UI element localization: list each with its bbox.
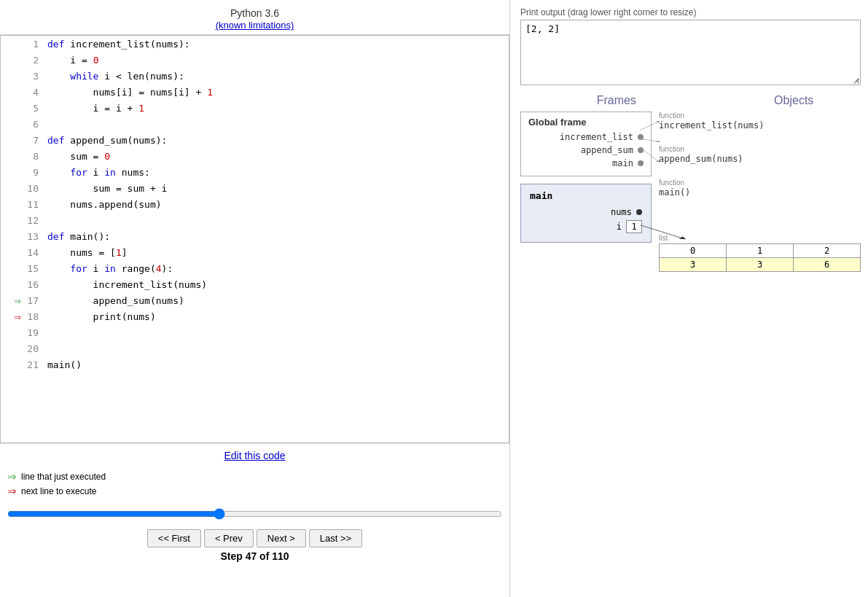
list-index-2: 2 (794, 244, 861, 258)
edit-link-bar: Edit this code (0, 443, 509, 467)
line-arrow-cell (1, 68, 23, 84)
prev-button[interactable]: < Prev (204, 529, 254, 547)
table-row: 11 nums.append(sum) (1, 196, 509, 212)
line-code: i = i + 1 (44, 100, 509, 116)
table-row: 2 i = 0 (1, 52, 509, 68)
line-arrow-cell (1, 244, 23, 260)
line-arrow-cell (1, 164, 23, 180)
line-arrow-cell (1, 36, 23, 52)
frame-row-main: main (528, 158, 644, 168)
line-code: sum = 0 (44, 148, 509, 164)
object-value-main: main() (659, 187, 861, 198)
python-version-title: Python 3.6 (0, 7, 509, 19)
line-arrow-cell (1, 180, 23, 196)
step-slider[interactable] (7, 508, 502, 520)
print-output-value: [2, 2] (525, 23, 560, 34)
viz-wrapper: Global frame increment_list append_sum m… (520, 112, 861, 272)
list-val-1: 3 (727, 258, 794, 272)
line-arrow-cell (1, 356, 23, 372)
line-number: 13 (23, 228, 44, 244)
last-button[interactable]: Last >> (309, 529, 362, 547)
line-code: def append_sum(nums): (44, 132, 509, 148)
line-code (44, 116, 509, 132)
line-number: 10 (23, 180, 44, 196)
object-item-main: function main() (659, 179, 861, 198)
slider-bar (0, 504, 509, 526)
code-scroll-area[interactable]: 1def increment_list(nums):2 i = 03 while… (0, 35, 509, 443)
global-frame-box: Global frame increment_list append_sum m… (520, 112, 652, 176)
object-label-increment-list: function (659, 112, 861, 120)
line-code: def main(): (44, 228, 509, 244)
line-arrow-cell (1, 52, 23, 68)
table-row: 1def increment_list(nums): (1, 36, 509, 52)
line-number: 3 (23, 68, 44, 84)
frame-name-increment-list: increment_list (560, 132, 633, 142)
line-code: main() (44, 356, 509, 372)
legend-green-arrow: ⇒ (7, 470, 17, 483)
viz-headers: Frames Objects (520, 94, 861, 107)
table-row: 4 nums[i] = nums[i] + 1 (1, 84, 509, 100)
line-number: 21 (23, 356, 44, 372)
known-limitations-link[interactable]: (known limitations) (216, 20, 294, 31)
line-number: 7 (23, 132, 44, 148)
line-arrow-cell (1, 324, 23, 340)
objects-label: Objects (774, 94, 813, 107)
frame-dot-increment-list (638, 134, 644, 140)
legend-red-label: next line to execute (21, 486, 96, 496)
list-index-0: 0 (660, 244, 727, 258)
resize-handle[interactable]: ◢ (854, 75, 859, 83)
left-panel: Python 3.6 (known limitations) 1def incr… (0, 0, 510, 597)
line-number: 17 (23, 292, 44, 308)
legend-red-item: ⇒ next line to execute (7, 485, 502, 498)
table-row: 7def append_sum(nums): (1, 132, 509, 148)
line-arrow-cell: ⇒ (1, 292, 23, 308)
main-frame-row-i: i 1 (530, 220, 642, 233)
table-row: 10 sum = sum + i (1, 180, 509, 196)
line-number: 16 (23, 276, 44, 292)
next-button[interactable]: Next > (257, 529, 306, 547)
main-dot-nums (636, 209, 642, 215)
main-frame-name-nums: nums (611, 207, 632, 217)
object-item-increment-list: function increment_list(nums) (659, 112, 861, 130)
frame-row-append-sum: append_sum (528, 145, 644, 155)
table-row: 14 nums = [1] (1, 244, 509, 260)
line-code (44, 212, 509, 228)
line-code (44, 324, 509, 340)
object-item-append-sum: function append_sum(nums) (659, 145, 861, 164)
line-arrow-cell (1, 84, 23, 100)
line-number: 1 (23, 36, 44, 52)
object-value-increment-list: increment_list(nums) (659, 120, 861, 130)
line-number: 12 (23, 212, 44, 228)
line-code: nums.append(sum) (44, 196, 509, 212)
line-arrow-cell: ⇒ (1, 308, 23, 324)
table-row: 3 while i < len(nums): (1, 68, 509, 84)
objects-col: function increment_list(nums) function a… (659, 112, 861, 272)
line-code: increment_list(nums) (44, 276, 509, 292)
code-table: 1def increment_list(nums):2 i = 03 while… (1, 36, 509, 372)
line-code: nums[i] = nums[i] + 1 (44, 84, 509, 100)
line-arrow-cell (1, 212, 23, 228)
object-label-main: function (659, 179, 861, 187)
frames-objects: Global frame increment_list append_sum m… (520, 112, 861, 272)
frame-row-increment-list: increment_list (528, 132, 644, 142)
viz-area: Frames Objects Global frame increment_li… (520, 94, 861, 272)
line-number: 15 (23, 260, 44, 276)
first-button[interactable]: << First (147, 529, 201, 547)
line-number: 9 (23, 164, 44, 180)
line-arrow-cell (1, 276, 23, 292)
line-number: 8 (23, 148, 44, 164)
table-row: 20 (1, 340, 509, 356)
line-number: 20 (23, 340, 44, 356)
edit-this-code-link[interactable]: Edit this code (224, 450, 285, 461)
frame-name-main: main (612, 158, 633, 168)
line-code: def increment_list(nums): (44, 36, 509, 52)
table-row: 21main() (1, 356, 509, 372)
line-code: i = 0 (44, 52, 509, 68)
frame-dot-append-sum (638, 147, 644, 153)
line-number: 18 (23, 308, 44, 324)
table-row: 13def main(): (1, 228, 509, 244)
frames-col: Global frame increment_list append_sum m… (520, 112, 652, 272)
list-val-2: 6 (794, 258, 861, 272)
print-output-label: Print output (drag lower right corner to… (520, 7, 861, 17)
line-arrow-cell (1, 260, 23, 276)
